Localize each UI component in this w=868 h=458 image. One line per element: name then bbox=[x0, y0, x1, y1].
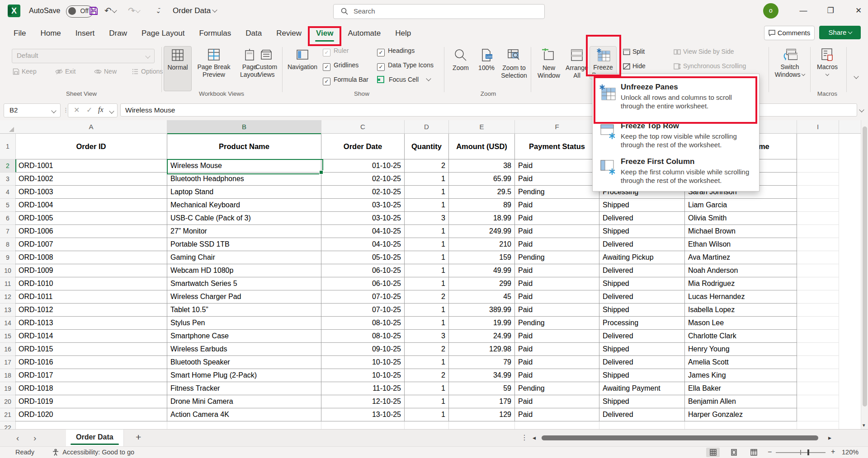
cell-G5[interactable]: Shipped bbox=[599, 199, 685, 212]
sheet-view-exit-button[interactable]: Exit bbox=[55, 68, 75, 75]
zoom-to-selection-button[interactable]: Zoom toSelection bbox=[500, 46, 528, 79]
cell-A22[interactable] bbox=[15, 421, 167, 429]
checkbox-ruler[interactable]: ✓Ruler bbox=[323, 47, 349, 56]
name-box[interactable]: B2 bbox=[4, 103, 61, 117]
column-header-C[interactable]: C bbox=[321, 120, 405, 134]
cell-C1[interactable]: Order Date bbox=[321, 134, 405, 159]
cell-C4[interactable]: 02-10-25 bbox=[321, 186, 405, 199]
cell-C19[interactable]: 11-10-25 bbox=[321, 382, 405, 395]
cell-C18[interactable]: 10-10-25 bbox=[321, 369, 405, 382]
page-break-preview-button[interactable]: Page BreakPreview bbox=[193, 46, 234, 79]
cell-I11[interactable] bbox=[797, 277, 839, 290]
cell-C2[interactable]: 01-10-25 bbox=[321, 159, 405, 173]
cell-I13[interactable] bbox=[797, 304, 839, 317]
column-header-B[interactable]: B bbox=[167, 120, 321, 134]
column-header-D[interactable]: D bbox=[405, 120, 449, 134]
cell-E14[interactable]: 19.99 bbox=[449, 317, 515, 330]
cell-D18[interactable]: 2 bbox=[405, 369, 449, 382]
cell-A6[interactable]: ORD-1005 bbox=[15, 212, 167, 225]
row-header-22[interactable]: 22 bbox=[0, 421, 16, 429]
tabbar-dots-icon[interactable]: ⋮ bbox=[521, 433, 528, 442]
cell-C16[interactable]: 09-10-25 bbox=[321, 343, 405, 356]
cell-B9[interactable]: Gaming Chair bbox=[167, 251, 321, 264]
cell-C15[interactable]: 08-10-25 bbox=[321, 330, 405, 343]
cell-I18[interactable] bbox=[797, 369, 839, 382]
cell-B21[interactable]: Action Camera 4K bbox=[167, 408, 321, 421]
cell-I17[interactable] bbox=[797, 356, 839, 369]
cell-D16[interactable]: 2 bbox=[405, 343, 449, 356]
enter-icon[interactable]: ✓ bbox=[86, 106, 92, 114]
cell-C8[interactable]: 04-10-25 bbox=[321, 238, 405, 251]
cell-D21[interactable]: 1 bbox=[405, 408, 449, 421]
cell-A13[interactable]: ORD-1012 bbox=[15, 304, 167, 317]
cell-A16[interactable]: ORD-1015 bbox=[15, 343, 167, 356]
zoom-slider-thumb[interactable] bbox=[807, 449, 809, 455]
close-icon[interactable]: ✕ bbox=[852, 5, 865, 17]
cell-E20[interactable]: 179 bbox=[449, 395, 515, 408]
cell-B8[interactable]: Portable SSD 1TB bbox=[167, 238, 321, 251]
row-header-20[interactable]: 20 bbox=[0, 395, 16, 408]
cell-F17[interactable]: Paid bbox=[515, 356, 599, 369]
sheet-next-icon[interactable]: › bbox=[33, 433, 36, 443]
vscroll-thumb[interactable] bbox=[863, 126, 867, 407]
page-break-view-icon[interactable] bbox=[747, 448, 760, 457]
cell-I16[interactable] bbox=[797, 343, 839, 356]
cell-I6[interactable] bbox=[797, 212, 839, 225]
cell-A17[interactable]: ORD-1016 bbox=[15, 356, 167, 369]
cell-I3[interactable] bbox=[797, 173, 839, 186]
cell-E22[interactable] bbox=[449, 421, 515, 429]
cell-G8[interactable]: Delivered bbox=[599, 238, 685, 251]
zoom-in-icon[interactable]: + bbox=[831, 448, 835, 456]
row-header-2[interactable]: 2 bbox=[0, 159, 16, 173]
cell-I12[interactable] bbox=[797, 290, 839, 304]
cell-C9[interactable]: 05-10-25 bbox=[321, 251, 405, 264]
ribbon-tab-automate[interactable]: Automate bbox=[340, 24, 388, 43]
normal-view-icon[interactable] bbox=[706, 448, 720, 457]
cell-I14[interactable] bbox=[797, 317, 839, 330]
menu-item-freeze-top-row[interactable]: Freeze Top Row Keep the top row visible … bbox=[593, 117, 759, 153]
cell-D8[interactable]: 1 bbox=[405, 238, 449, 251]
hscroll-thumb[interactable] bbox=[542, 435, 818, 440]
cell-I1[interactable] bbox=[797, 134, 839, 159]
checkbox-headings[interactable]: ✓Headings bbox=[377, 47, 415, 56]
new-window-button[interactable]: NewWindow bbox=[535, 46, 562, 79]
custom-views-button[interactable]: CustomViews bbox=[253, 46, 279, 79]
row-header-21[interactable]: 21 bbox=[0, 408, 16, 421]
cell-F9[interactable]: Pending bbox=[515, 251, 599, 264]
cell-E18[interactable]: 34.99 bbox=[449, 369, 515, 382]
cell-B4[interactable]: Laptop Stand bbox=[167, 186, 321, 199]
column-header-I[interactable]: I bbox=[797, 120, 839, 134]
fill-handle[interactable] bbox=[319, 170, 323, 174]
cell-B1[interactable]: Product Name bbox=[167, 134, 321, 159]
cell-D6[interactable]: 3 bbox=[405, 212, 449, 225]
cell-E19[interactable]: 59 bbox=[449, 382, 515, 395]
formula-bar-expand-icon[interactable] bbox=[860, 107, 863, 115]
cell-B18[interactable]: Smart Home Plug (2-Pack) bbox=[167, 369, 321, 382]
sheet-prev-icon[interactable]: ‹ bbox=[16, 433, 19, 443]
row-header-5[interactable]: 5 bbox=[0, 199, 16, 212]
cell-E7[interactable]: 249.99 bbox=[449, 225, 515, 238]
ribbon-tab-formulas[interactable]: Formulas bbox=[192, 24, 238, 43]
row-header-19[interactable]: 19 bbox=[0, 382, 16, 395]
cell-G13[interactable]: Shipped bbox=[599, 304, 685, 317]
cell-B6[interactable]: USB-C Cable (Pack of 3) bbox=[167, 212, 321, 225]
cell-B20[interactable]: Drone Mini Camera bbox=[167, 395, 321, 408]
cell-G12[interactable]: Delivered bbox=[599, 290, 685, 304]
cell-E10[interactable]: 49.99 bbox=[449, 264, 515, 277]
undo-icon[interactable]: ↶ bbox=[104, 5, 117, 17]
arrange-all-button[interactable]: ArrangeAll bbox=[564, 46, 590, 79]
cell-A9[interactable]: ORD-1008 bbox=[15, 251, 167, 264]
zoom-out-icon[interactable]: − bbox=[768, 448, 772, 456]
checkbox-formula-bar[interactable]: ✓Formula Bar bbox=[323, 76, 368, 85]
cell-I5[interactable] bbox=[797, 199, 839, 212]
cell-F12[interactable]: Paid bbox=[515, 290, 599, 304]
cell-D12[interactable]: 2 bbox=[405, 290, 449, 304]
cell-F18[interactable]: Paid bbox=[515, 369, 599, 382]
cell-I15[interactable] bbox=[797, 330, 839, 343]
cell-C11[interactable]: 06-10-25 bbox=[321, 277, 405, 290]
cell-D20[interactable]: 1 bbox=[405, 395, 449, 408]
select-all-corner[interactable] bbox=[0, 120, 16, 134]
cell-F13[interactable]: Paid bbox=[515, 304, 599, 317]
cell-E1[interactable]: Amount (USD) bbox=[449, 134, 515, 159]
cell-D5[interactable]: 1 bbox=[405, 199, 449, 212]
